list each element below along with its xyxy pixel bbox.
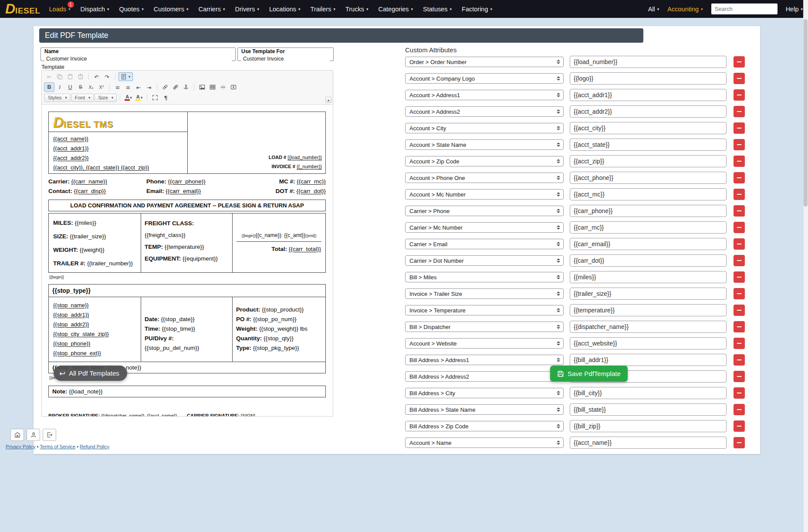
attribute-token-input[interactable] xyxy=(570,437,727,449)
attribute-select[interactable]: Bill Address > State Name xyxy=(405,404,564,415)
remove-attribute-button[interactable]: − xyxy=(734,106,745,117)
maximize-icon[interactable] xyxy=(150,93,160,102)
remove-attribute-button[interactable]: − xyxy=(734,156,745,167)
attribute-token-input[interactable] xyxy=(570,337,727,349)
attribute-token-input[interactable] xyxy=(570,354,727,366)
subscript-icon[interactable]: X₂ xyxy=(86,83,96,91)
remove-attribute-button[interactable]: − xyxy=(734,73,745,84)
attribute-token-input[interactable] xyxy=(570,271,727,283)
attribute-select[interactable]: Carrier > Phone xyxy=(405,206,564,216)
logout-button[interactable] xyxy=(43,429,56,441)
nav-item-statuses[interactable]: Statuses▾ xyxy=(423,6,452,13)
nav-item-locations[interactable]: Locations▾ xyxy=(269,6,301,13)
all-pdf-templates-button[interactable]: ↩ All Pdf Templates xyxy=(54,366,127,381)
attribute-select[interactable]: Account > Mc Number xyxy=(405,189,564,200)
nav-item-categories[interactable]: Categories▾ xyxy=(378,6,413,13)
paste-text-icon[interactable]: T xyxy=(76,72,85,81)
search-input[interactable] xyxy=(711,3,778,14)
attribute-token-input[interactable] xyxy=(570,205,727,217)
footer-link[interactable]: Terms of Service xyxy=(40,444,75,449)
templates-dropdown-button[interactable]: ▾ xyxy=(118,72,133,81)
undo-icon[interactable]: ↶ xyxy=(92,72,101,81)
horizontal-rule-icon[interactable] xyxy=(218,83,228,91)
attribute-token-input[interactable] xyxy=(570,420,727,432)
template-name-input[interactable] xyxy=(44,56,232,62)
copy-icon[interactable] xyxy=(55,72,64,81)
remove-attribute-button[interactable]: − xyxy=(734,89,745,101)
company-home-button[interactable] xyxy=(10,429,24,441)
attribute-token-input[interactable] xyxy=(570,387,727,399)
remove-attribute-button[interactable]: − xyxy=(734,271,745,283)
attribute-select[interactable]: Account > Zip Code xyxy=(405,156,564,166)
remove-attribute-button[interactable]: − xyxy=(734,354,745,366)
remove-attribute-button[interactable]: − xyxy=(734,420,745,432)
link-icon[interactable] xyxy=(160,83,170,91)
toolbar-collapse-button[interactable]: ▴ xyxy=(325,97,331,103)
attribute-token-input[interactable] xyxy=(570,105,727,118)
cut-icon[interactable]: ✂ xyxy=(44,72,54,81)
underline-icon[interactable]: U xyxy=(65,83,75,91)
attribute-select[interactable]: Bill Address > City xyxy=(405,388,564,398)
attribute-select[interactable]: Carrier > Dot Number xyxy=(405,255,564,266)
attribute-select[interactable]: Invoice > Trailer Size xyxy=(405,288,564,299)
remove-attribute-button[interactable]: − xyxy=(734,122,745,134)
remove-attribute-button[interactable]: − xyxy=(734,387,745,399)
nav-item-customers[interactable]: Customers▾ xyxy=(154,6,189,13)
image-icon[interactable] xyxy=(197,83,207,91)
attribute-token-input[interactable] xyxy=(570,254,727,267)
attribute-token-input[interactable] xyxy=(570,72,727,85)
embed-media-icon[interactable] xyxy=(229,83,238,91)
attribute-select[interactable]: Account > State Name xyxy=(405,139,564,150)
remove-attribute-button[interactable]: − xyxy=(734,56,745,68)
attribute-select[interactable]: Bill Address > Zip Code xyxy=(405,421,564,431)
attribute-select[interactable]: Account > Website xyxy=(405,338,564,349)
attribute-token-input[interactable] xyxy=(570,288,727,300)
nav-item-carriers[interactable]: Carriers▾ xyxy=(198,6,225,13)
remove-attribute-button[interactable]: − xyxy=(734,172,745,183)
italic-icon[interactable]: I xyxy=(55,83,64,91)
attribute-select[interactable]: Order > Order Number xyxy=(405,57,564,67)
remove-attribute-button[interactable]: − xyxy=(734,338,745,349)
anchor-icon[interactable] xyxy=(181,83,191,91)
bulleted-list-icon[interactable]: ≡ xyxy=(123,83,133,91)
remove-attribute-button[interactable]: − xyxy=(734,205,745,217)
size-dropdown[interactable]: Size ▾ xyxy=(95,94,117,102)
attribute-token-input[interactable] xyxy=(570,403,727,416)
save-pdf-template-button[interactable]: Save PdfTemplate xyxy=(550,366,628,382)
remove-attribute-button[interactable]: − xyxy=(734,371,745,382)
nav-item-all[interactable]: All ▾ xyxy=(648,6,659,13)
indent-icon[interactable]: ⇥ xyxy=(144,83,154,91)
table-icon[interactable] xyxy=(208,83,217,91)
remove-attribute-button[interactable]: − xyxy=(734,404,745,415)
attribute-token-input[interactable] xyxy=(570,238,727,250)
attribute-token-input[interactable] xyxy=(570,172,727,184)
attribute-token-input[interactable] xyxy=(570,89,727,101)
scrollbar-thumb[interactable] xyxy=(804,19,808,207)
attribute-token-input[interactable] xyxy=(570,56,727,68)
attribute-token-input[interactable] xyxy=(570,221,727,234)
show-blocks-icon[interactable]: ¶ xyxy=(161,93,170,102)
attribute-token-input[interactable] xyxy=(570,122,727,134)
nav-item-trucks[interactable]: Trucks▾ xyxy=(345,6,369,13)
remove-attribute-button[interactable]: − xyxy=(734,321,745,332)
attribute-select[interactable]: Carrier > Mc Number xyxy=(405,222,564,233)
strikethrough-icon[interactable]: S xyxy=(76,83,85,91)
attribute-token-input[interactable] xyxy=(570,304,727,316)
attribute-token-input[interactable] xyxy=(570,139,727,151)
bold-icon[interactable]: B xyxy=(44,83,54,91)
use-template-for-input[interactable] xyxy=(241,56,330,62)
paste-icon[interactable] xyxy=(65,72,75,81)
attribute-select[interactable]: Bill > Dispatcher xyxy=(405,322,564,332)
attribute-select[interactable]: Account > City xyxy=(405,123,564,133)
attribute-select[interactable]: Account > Name xyxy=(405,437,564,448)
remove-attribute-button[interactable]: − xyxy=(734,222,745,233)
attribute-select[interactable]: Bill > Miles xyxy=(405,272,564,282)
app-logo[interactable]: DIESEL xyxy=(5,2,41,16)
nav-item-trailers[interactable]: Trailers▾ xyxy=(311,6,335,13)
nav-item-accounting[interactable]: Accounting ▾ xyxy=(667,6,703,13)
remove-attribute-button[interactable]: − xyxy=(734,305,745,316)
text-color-button[interactable]: A ▾ xyxy=(123,93,133,102)
nav-item-factoring[interactable]: Factoring▾ xyxy=(462,6,492,13)
remove-attribute-button[interactable]: − xyxy=(734,139,745,150)
remove-attribute-button[interactable]: − xyxy=(734,189,745,200)
